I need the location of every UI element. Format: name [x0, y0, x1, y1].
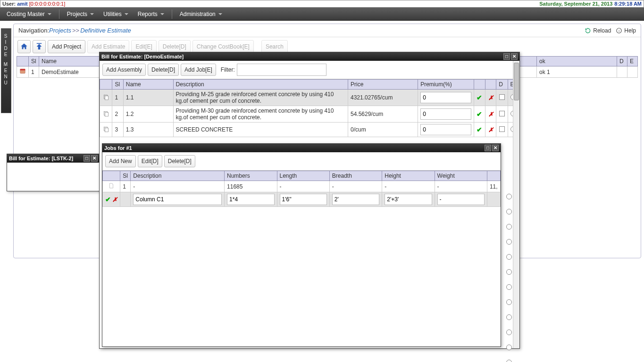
- up-button[interactable]: [33, 40, 46, 53]
- row-e[interactable]: [627, 66, 638, 78]
- e-radio[interactable]: [506, 345, 512, 350]
- status-date: Saturday, September 21, 2013: [539, 1, 612, 7]
- table-row[interactable]: 2 1.2 Providing M-30 grade reinforced ce…: [100, 106, 519, 123]
- length-input[interactable]: [280, 194, 327, 205]
- search-button[interactable]: Search: [261, 40, 288, 53]
- e-radio[interactable]: [506, 209, 512, 214]
- add-project-button[interactable]: Add Project: [48, 40, 85, 53]
- confirm-icon[interactable]: ✔: [477, 126, 482, 133]
- table-row[interactable]: 3 1.3 SCREED CONCRETE 0/cum ✔ ✗: [100, 123, 519, 137]
- col-breadth: Breadth: [329, 171, 382, 181]
- col-sl: Sl: [112, 80, 123, 90]
- e-radio[interactable]: [506, 194, 512, 199]
- col-price: Price: [348, 80, 418, 90]
- confirm-icon[interactable]: ✔: [477, 94, 482, 101]
- copy-icon[interactable]: [103, 110, 109, 117]
- breadcrumb-definitive-estimate[interactable]: Definitive Estimate: [80, 27, 131, 34]
- delete-button[interactable]: Delete[D]: [159, 40, 191, 53]
- add-assembly-button[interactable]: Add Assembly: [102, 64, 146, 76]
- reload-button[interactable]: Reload: [585, 27, 611, 34]
- e-radio[interactable]: [506, 360, 512, 362]
- breadcrumb-projects[interactable]: Projects: [49, 27, 71, 34]
- breadth-input[interactable]: [332, 194, 379, 205]
- estimate-titlebar[interactable]: Bill for Estimate: [DemoEstimate] □ ✕: [100, 52, 519, 61]
- menu-reports[interactable]: Reports: [134, 9, 168, 19]
- col-sl: Sl: [29, 57, 39, 66]
- filter-label: Filter:: [221, 66, 235, 73]
- user-name: amit: [17, 1, 28, 7]
- confirm-icon[interactable]: ✔: [105, 196, 111, 203]
- delete-button[interactable]: Delete[D]: [148, 64, 179, 76]
- cancel-icon[interactable]: ✗: [488, 111, 493, 118]
- col-description: Description: [173, 80, 348, 90]
- row-d[interactable]: [617, 66, 627, 78]
- svg-rect-2: [37, 43, 42, 44]
- change-costbook-button[interactable]: Change CostBook[E]: [192, 40, 254, 53]
- edit-button[interactable]: Edit[E]: [131, 40, 156, 53]
- estimate-title: Bill for Estimate: [DemoEstimate]: [101, 54, 184, 59]
- jobs-titlebar[interactable]: Jobs for #1 □ ✕: [102, 144, 501, 152]
- description-input[interactable]: [133, 194, 222, 205]
- d-checkbox[interactable]: [499, 126, 505, 132]
- close-button[interactable]: ✕: [492, 145, 499, 151]
- filter-input[interactable]: [237, 64, 326, 76]
- lstk-title: Bill for Estimate: [LSTK-2]: [9, 156, 73, 161]
- e-radio[interactable]: [506, 329, 512, 335]
- svg-rect-10: [105, 128, 108, 132]
- maximize-button[interactable]: □: [485, 145, 491, 151]
- status-time: 8:29:18 AM: [614, 1, 642, 7]
- help-button[interactable]: i Help: [616, 27, 636, 34]
- menu-separator: [59, 9, 59, 19]
- vertical-scrollbar[interactable]: [513, 61, 519, 348]
- add-estimate-button[interactable]: Add Estimate: [87, 40, 129, 53]
- add-new-button[interactable]: Add New: [105, 155, 136, 167]
- d-checkbox[interactable]: [499, 94, 505, 100]
- premium-input[interactable]: [420, 124, 471, 135]
- maximize-button[interactable]: □: [84, 155, 90, 162]
- premium-input[interactable]: [420, 108, 471, 120]
- copy-icon[interactable]: [103, 126, 109, 132]
- cancel-icon[interactable]: ✗: [488, 94, 493, 101]
- user-label: User:: [2, 1, 16, 7]
- side-menu[interactable]: S I D E M E N U: [1, 28, 11, 113]
- e-radio[interactable]: [506, 254, 512, 260]
- close-button[interactable]: ✕: [91, 155, 98, 162]
- col-name: Name: [123, 80, 173, 90]
- weight-input[interactable]: [437, 194, 485, 205]
- add-job-button[interactable]: Add Job[E]: [181, 64, 216, 76]
- e-radio[interactable]: [506, 269, 512, 275]
- e-radio[interactable]: [506, 239, 512, 245]
- scrollbar-thumb[interactable]: [514, 63, 519, 100]
- menu-projects[interactable]: Projects: [63, 9, 98, 19]
- col-numbers: Numbers: [225, 171, 277, 181]
- table-row[interactable]: 1 1.1 Providing M-25 grade reinforced ce…: [100, 90, 519, 106]
- home-button[interactable]: [17, 40, 31, 53]
- premium-input[interactable]: [420, 92, 471, 103]
- table-row[interactable]: 1 - 11685 - - - - 11,: [103, 181, 501, 192]
- col-e: E: [627, 57, 638, 66]
- document-icon: [109, 182, 114, 189]
- table-row-edit[interactable]: ✔ ✗: [103, 192, 501, 207]
- e-radio[interactable]: [506, 299, 512, 305]
- lstk-titlebar[interactable]: Bill for Estimate: [LSTK-2] □ ✕: [7, 154, 100, 163]
- d-checkbox[interactable]: [499, 111, 505, 116]
- maximize-button[interactable]: □: [503, 53, 510, 60]
- menu-costing-master[interactable]: Costing Master: [3, 9, 55, 19]
- copy-icon[interactable]: [103, 94, 109, 100]
- row-icon: [17, 66, 29, 78]
- breadcrumb-separator: >>: [72, 27, 79, 34]
- menu-utilities[interactable]: Utilities: [100, 9, 132, 19]
- edit-button[interactable]: Edit[D]: [138, 155, 162, 167]
- cancel-icon[interactable]: ✗: [112, 196, 117, 203]
- close-button[interactable]: ✕: [511, 53, 518, 60]
- e-radio[interactable]: [506, 284, 512, 290]
- menu-administration[interactable]: Administration: [176, 9, 226, 19]
- delete-button[interactable]: Delete[D]: [164, 155, 195, 167]
- confirm-icon[interactable]: ✔: [477, 110, 482, 118]
- jobs-table: Sl Description Numbers Length Breadth He…: [102, 171, 501, 207]
- cancel-icon[interactable]: ✗: [488, 126, 493, 133]
- e-radio[interactable]: [506, 224, 512, 230]
- e-radio[interactable]: [506, 314, 512, 320]
- height-input[interactable]: [385, 194, 432, 205]
- numbers-input[interactable]: [227, 194, 274, 205]
